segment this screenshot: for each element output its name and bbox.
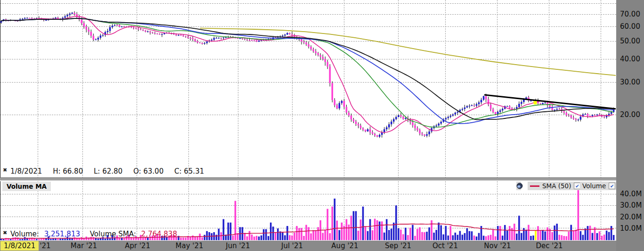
ohlc-readout: ✖ 1/8/2021 H: 66.80 L: 62.80 O: 63.00 C:… (3, 167, 212, 176)
panel-divider[interactable] (0, 177, 644, 181)
price-axis-label: 60.00 (620, 22, 640, 31)
x-axis-label: May '21 (167, 241, 212, 251)
x-axis-label: Jun '21 (215, 241, 261, 251)
volume-legend-label: Volume (582, 182, 606, 190)
close-icon[interactable]: ✖ (3, 230, 7, 236)
x-axis-label: Apr '21 (115, 241, 160, 251)
ohlc-open: O: 63.00 (133, 167, 163, 176)
price-axis-label: 40.00 (620, 55, 640, 63)
x-axis-label: Oct '21 (423, 241, 468, 251)
volume-sma-label: Volume SMA: (90, 230, 136, 238)
x-axis-label: Dec '21 (527, 241, 572, 251)
volume-sma-value: 2,764,838 (141, 230, 177, 238)
ohlc-date: 1/8/2021 (10, 167, 42, 176)
x-axis-label: Nov '21 (475, 241, 520, 251)
globe-icon-glyph (516, 183, 523, 189)
volume-legend-item: Volume ✔ (580, 182, 618, 190)
ohlc-low: L: 62.80 (94, 167, 122, 176)
sma-line-swatch (530, 185, 539, 187)
sma-legend-item: SMA (50) ✔ (528, 182, 583, 190)
close-icon[interactable]: ✖ (3, 167, 7, 173)
globe-icon[interactable] (516, 182, 521, 190)
x-axis-label: Aug '21 (322, 241, 367, 251)
x-axis-label: Jul '21 (269, 241, 315, 251)
volume-readout: ✖ Volume: 3,251,813 Volume SMA: 2,764,83… (3, 230, 177, 238)
sma-legend-label: SMA (50) (542, 182, 571, 190)
price-axis-label: 70.00 (620, 10, 640, 18)
volume-label: Volume: (10, 230, 39, 238)
volume-axis-label: 10.0M (620, 224, 642, 233)
price-axis-label: 50.00 (620, 37, 640, 45)
x-axis[interactable]: 1/8/2021 '21Mar '21Apr '21May '21Jun '21… (0, 241, 616, 251)
x-axis-label: Mar '21 (61, 241, 106, 251)
price-axis-label: 20.00 (620, 110, 640, 119)
volume-axis-label: 20.0M (620, 213, 642, 221)
volume-axis-label: 40.0M (620, 190, 642, 198)
volume-panel-title: Volume MA (2, 182, 51, 191)
volume-value: 3,251,813 (44, 230, 80, 238)
volume-axis-label: 30.0M (620, 201, 642, 209)
stockchart-app: ✖ 1/8/2021 H: 66.80 L: 62.80 O: 63.00 C:… (0, 0, 644, 251)
price-chart[interactable] (0, 0, 616, 177)
ohlc-close: C: 65.31 (174, 167, 204, 176)
price-axis-label: 30.00 (620, 78, 640, 86)
y-axis[interactable]: 70.0060.0050.0040.0030.0020.0040.0M30.0M… (616, 0, 644, 251)
volume-checkbox[interactable]: ✔ (609, 183, 615, 189)
x-axis-label: Sep '21 (375, 241, 421, 251)
ohlc-high: H: 66.80 (53, 167, 83, 176)
